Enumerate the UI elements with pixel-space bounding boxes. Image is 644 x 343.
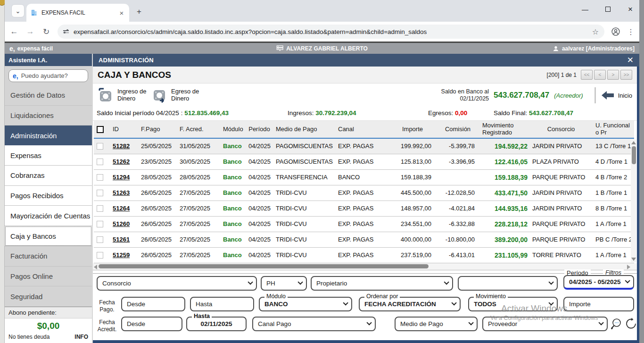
row-id-link[interactable]: 51260 [110, 216, 138, 232]
column-header[interactable]: F. Acred. [177, 121, 220, 138]
row-id-link[interactable]: 51259 [110, 247, 138, 263]
sidebar-item[interactable]: Seguridad [5, 286, 92, 307]
row-checkbox[interactable] [97, 143, 103, 150]
pagination-button[interactable]: >> [620, 70, 632, 80]
column-header[interactable]: Medio de Pago [273, 121, 335, 138]
row-checkbox[interactable] [97, 174, 103, 181]
row-checkbox[interactable] [97, 252, 103, 259]
minimize-button[interactable]: — [580, 6, 590, 13]
pagination-button[interactable]: << [581, 70, 593, 80]
abono-info-link[interactable]: INFO [74, 334, 88, 340]
cell: JARDIN PRIVATO [529, 138, 593, 154]
row-id-link[interactable]: 51261 [110, 232, 138, 247]
propietario-select[interactable]: Propietario [311, 276, 453, 291]
scroll-left-icon[interactable] [94, 265, 97, 269]
browser-menu-icon[interactable]: ⋮ [627, 27, 635, 36]
scroll-right-icon[interactable] [627, 265, 630, 269]
pagination-button[interactable]: < [594, 70, 606, 80]
inicio-button[interactable]: Inicio [601, 90, 632, 100]
column-header[interactable]: Canal [335, 121, 389, 138]
address-field[interactable]: expensafacil.ar/consorcio/cs/admin/caja.… [58, 25, 604, 39]
fecha-acredit-hasta-input[interactable]: Hasta 02/11/2025 [186, 317, 247, 331]
vertical-scrollbar[interactable] [631, 140, 636, 262]
back-icon[interactable]: ← [9, 27, 19, 36]
row-id-link[interactable]: 51282 [110, 138, 138, 154]
cell: 199.992,00 [389, 138, 436, 154]
scroll-down-icon[interactable] [631, 258, 636, 261]
column-header[interactable]: Movimiento Registrado [479, 121, 529, 138]
horizontal-scroll-thumb[interactable] [99, 264, 429, 268]
tab-close-icon[interactable]: × [118, 9, 125, 17]
assistant-input[interactable]: e, Puedo ayudarte? [8, 69, 88, 82]
cell: 27/05/2025 [177, 201, 220, 216]
sidebar-item[interactable]: Expensas [5, 145, 92, 166]
profile-icon[interactable] [611, 27, 620, 36]
maximize-button[interactable] [603, 6, 613, 13]
sidebar-item[interactable]: Cobranzas [5, 166, 92, 186]
fecha-pago-hasta-input[interactable]: Hasta [190, 297, 254, 311]
vertical-scroll-thumb[interactable] [632, 146, 636, 164]
cell: Banco [220, 185, 246, 201]
row-id-link[interactable]: 51263 [110, 185, 138, 201]
column-header[interactable]: Módulo [220, 121, 246, 138]
site-settings-icon[interactable] [63, 30, 69, 33]
ph-select[interactable]: PH [261, 276, 307, 291]
sidebar-item[interactable]: Mayorización de Cuentas [5, 206, 92, 226]
sidebar-item[interactable]: Gestión de Datos [5, 85, 92, 106]
scroll-up-icon[interactable] [631, 141, 636, 144]
row-id-link[interactable]: 51262 [110, 154, 138, 169]
row-checkbox[interactable] [97, 205, 103, 212]
search-button[interactable] [610, 318, 622, 330]
medio-de-pago-select[interactable]: Medio de Pago [395, 317, 478, 331]
column-header[interactable]: Importe [389, 121, 436, 138]
row-id-link[interactable]: 51294 [110, 169, 138, 185]
refresh-button[interactable] [625, 317, 638, 330]
browser-tab[interactable]: EXPENSA FACIL × [26, 4, 129, 22]
periodo-select[interactable]: 04/2025 - 05/2025 [563, 275, 634, 290]
sidebar-item[interactable]: Administración [5, 125, 92, 145]
column-header[interactable]: Consorcio [529, 121, 593, 138]
bookmark-star-icon[interactable]: ☆ [592, 27, 599, 36]
column-header[interactable]: Comisión [436, 121, 479, 138]
close-icon[interactable]: ✕ [627, 55, 634, 65]
importe-input[interactable]: Importe [563, 297, 634, 311]
sidebar-item[interactable]: Liquidaciones [5, 106, 92, 126]
ingreso-dinero-button[interactable]: Ingreso de Dinero [98, 88, 147, 103]
logged-user[interactable]: aalvarez [Administradores] [553, 45, 635, 52]
pagination-button[interactable]: > [607, 70, 619, 80]
column-header[interactable]: ID [110, 121, 138, 138]
row-checkbox[interactable] [97, 236, 103, 243]
reload-icon[interactable]: ↻ [41, 27, 51, 37]
column-header[interactable]: Período [246, 121, 273, 138]
row-checkbox[interactable] [97, 190, 103, 196]
cell: PLAZA PRIVATO [529, 154, 593, 169]
close-window-button[interactable]: × [625, 5, 636, 14]
sidebar-item[interactable]: Facturación [5, 246, 92, 267]
consorcio-select[interactable]: Consorcio [97, 276, 257, 291]
sidebar-item[interactable]: Pagos Recibidos [5, 186, 92, 206]
fecha-acredit-desde-input[interactable]: Desde [121, 317, 182, 331]
url-text[interactable]: expensafacil.ar/consorcio/cs/admin/caja.… [74, 28, 587, 35]
column-header[interactable]: F.Pago [138, 121, 177, 138]
tab-search-chevron-icon[interactable]: ⌄ [11, 4, 25, 17]
column-header[interactable]: U. Funcional o Pr [593, 121, 634, 138]
row-id-link[interactable]: 51264 [110, 201, 138, 216]
sidebar-item[interactable]: Caja y Bancos [5, 226, 92, 246]
sidebar-item[interactable]: Pagos Online [5, 267, 92, 287]
canal-pago-select[interactable]: Canal Pago [252, 317, 376, 331]
ordenar-por-select[interactable]: Ordenar por FECHA ACREDITACIÓN [359, 297, 461, 311]
row-checkbox[interactable] [97, 159, 103, 165]
proveedor-select[interactable]: Proveedor [482, 317, 608, 331]
user-icon [553, 45, 559, 52]
select-all-checkbox[interactable] [97, 126, 104, 133]
forward-icon[interactable]: → [25, 27, 35, 36]
fecha-pago-desde-input[interactable]: Desde [121, 297, 185, 311]
horizontal-scrollbar[interactable] [93, 263, 637, 270]
new-tab-button[interactable]: + [133, 6, 145, 18]
modulo-select[interactable]: Módulo BANCO [259, 297, 352, 311]
movimiento-select[interactable]: Movimiento TODOS [468, 297, 558, 311]
row-checkbox[interactable] [97, 221, 103, 227]
cell: 27/05/2025 [177, 185, 220, 201]
egreso-dinero-button[interactable]: Egreso de Dinero [151, 88, 200, 103]
extra-select[interactable] [458, 276, 558, 291]
